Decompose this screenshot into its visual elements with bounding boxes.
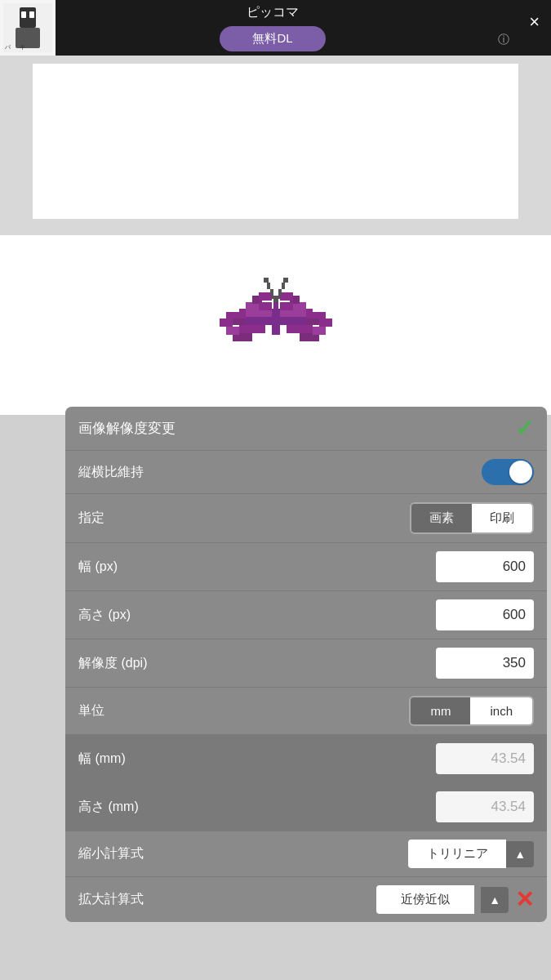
unit-segmented: mm inch (409, 696, 534, 726)
svg-rect-20 (259, 302, 272, 310)
svg-rect-19 (259, 292, 272, 301)
designation-print-button[interactable]: 印刷 (472, 504, 532, 532)
svg-rect-36 (226, 327, 239, 335)
svg-rect-22 (233, 318, 246, 325)
ad-thumbnail: バ キ (0, 0, 56, 56)
width-px-label: 幅 (px) (78, 559, 436, 576)
expand-row: 拡大計算式 近傍近似 ▲ ✕ (65, 877, 547, 922)
ad-info-icon[interactable]: ⓘ (490, 29, 518, 51)
expand-dropdown[interactable]: 近傍近似 (376, 885, 474, 914)
shrink-label: 縮小計算式 (78, 845, 408, 862)
shrink-control: トリリニア ▲ (408, 840, 534, 868)
unit-inch-button[interactable]: inch (470, 697, 532, 724)
designation-segmented: 画素 印刷 (410, 502, 534, 534)
height-px-row: 高さ (px) (65, 591, 547, 639)
svg-text:バ: バ (4, 44, 11, 50)
svg-rect-10 (272, 328, 280, 335)
art-area (0, 235, 551, 415)
width-mm-control (436, 743, 534, 774)
ad-banner: バ キ ピッコマ 無料DL ⓘ × (0, 0, 551, 56)
svg-rect-21 (246, 310, 272, 317)
ad-content: ピッコマ 無料DL (56, 0, 490, 56)
height-mm-label: 高さ (mm) (78, 799, 436, 816)
svg-rect-43 (264, 278, 269, 283)
svg-rect-30 (280, 310, 306, 317)
confirm-button[interactable]: ✓ (515, 415, 534, 442)
svg-rect-37 (280, 317, 306, 325)
aspect-ratio-label: 縦横比維持 (78, 464, 482, 481)
aspect-ratio-toggle[interactable] (482, 459, 534, 485)
width-px-row: 幅 (px) (65, 543, 547, 591)
ad-thumbnail-image: バ キ (3, 3, 52, 52)
svg-rect-29 (280, 302, 293, 310)
svg-rect-42 (267, 283, 270, 289)
white-canvas (33, 64, 518, 219)
height-px-label: 高さ (px) (78, 607, 436, 624)
designation-control: 画素 印刷 (410, 502, 534, 534)
dialog-panel: 画像解像度変更 ✓ 縦横比維持 指定 画素 印刷 幅 (px) (65, 407, 547, 922)
svg-rect-31 (306, 318, 319, 325)
svg-text:キ: キ (20, 44, 25, 50)
expand-dropdown-arrow[interactable]: ▲ (481, 887, 509, 913)
svg-rect-8 (272, 315, 280, 322)
unit-mm-button[interactable]: mm (411, 697, 470, 724)
dialog-header: 画像解像度変更 ✓ (65, 407, 547, 451)
main-area: 画像解像度変更 ✓ 縦横比維持 指定 画素 印刷 幅 (px) (0, 56, 551, 980)
cancel-button[interactable]: ✕ (515, 886, 534, 913)
ad-close-button[interactable]: × (518, 3, 551, 41)
svg-rect-38 (287, 325, 313, 333)
width-mm-input[interactable] (436, 743, 534, 774)
aspect-ratio-row: 縦横比維持 (65, 451, 547, 494)
height-mm-control (436, 791, 534, 822)
canvas-area (0, 56, 551, 235)
butterfly-art (178, 260, 374, 390)
designation-label: 指定 (78, 510, 410, 527)
svg-rect-3 (21, 11, 26, 18)
dpi-row: 解像度 (dpi) (65, 639, 547, 688)
svg-rect-32 (319, 318, 332, 327)
svg-rect-40 (313, 327, 326, 335)
svg-rect-9 (272, 322, 280, 328)
designation-pixel-button[interactable]: 画素 (411, 504, 472, 532)
height-px-control (436, 599, 534, 630)
svg-rect-33 (246, 317, 272, 325)
aspect-ratio-control (482, 459, 534, 485)
unit-label: 単位 (78, 702, 409, 719)
width-px-control (436, 551, 534, 582)
svg-rect-23 (220, 318, 233, 327)
dialog-title: 画像解像度変更 (78, 419, 515, 438)
expand-control: 近傍近似 ▲ ✕ (376, 885, 534, 914)
dpi-input[interactable] (436, 648, 534, 679)
width-mm-row: 幅 (mm) (65, 735, 547, 783)
svg-rect-41 (270, 289, 273, 296)
unit-control: mm inch (409, 696, 534, 726)
dpi-control (436, 648, 534, 679)
svg-rect-45 (282, 283, 285, 289)
ad-download-button[interactable]: 無料DL (220, 26, 325, 51)
svg-rect-34 (239, 325, 265, 333)
svg-rect-44 (278, 289, 282, 296)
dpi-label: 解像度 (dpi) (78, 655, 436, 672)
unit-row: 単位 mm inch (65, 688, 547, 735)
svg-rect-28 (280, 292, 293, 301)
shrink-dropdown-arrow[interactable]: ▲ (506, 841, 534, 867)
shrink-dropdown[interactable]: トリリニア (408, 840, 506, 868)
designation-row: 指定 画素 印刷 (65, 494, 547, 543)
svg-rect-4 (29, 11, 34, 18)
svg-rect-12 (273, 296, 278, 302)
svg-rect-46 (283, 278, 288, 283)
width-px-input[interactable] (436, 551, 534, 582)
expand-label: 拡大計算式 (78, 891, 376, 908)
height-px-input[interactable] (436, 599, 534, 630)
width-mm-label: 幅 (mm) (78, 751, 436, 768)
ad-title: ピッコマ (247, 4, 299, 21)
svg-rect-11 (273, 302, 278, 309)
height-mm-input[interactable] (436, 791, 534, 822)
toggle-knob (509, 461, 532, 483)
shrink-row: 縮小計算式 トリリニア ▲ (65, 831, 547, 877)
svg-rect-7 (272, 309, 280, 315)
height-mm-row: 高さ (mm) (65, 783, 547, 831)
